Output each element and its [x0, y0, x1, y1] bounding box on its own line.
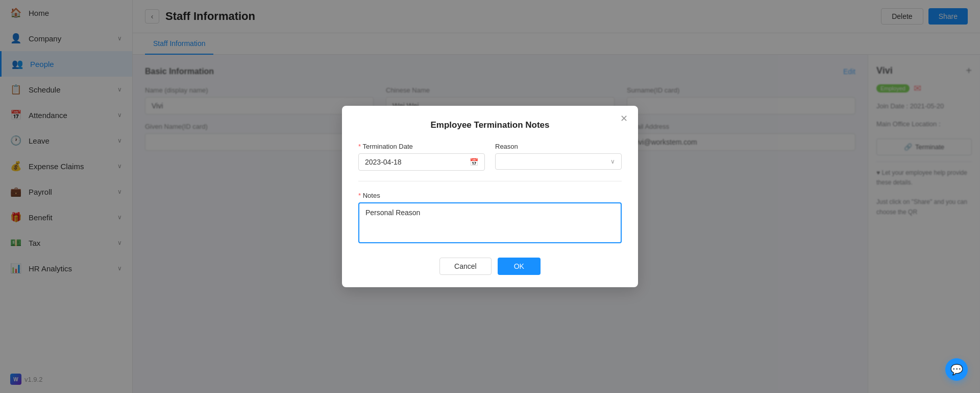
required-star: *: [358, 192, 361, 199]
modal-divider: [358, 181, 622, 181]
cancel-button[interactable]: Cancel: [439, 258, 492, 275]
termination-date-field: * Termination Date 📅: [358, 143, 485, 171]
modal-top-row: * Termination Date 📅 Reason ∨: [358, 143, 622, 171]
required-star: *: [358, 143, 361, 150]
ok-button[interactable]: OK: [498, 258, 541, 275]
calendar-icon: 📅: [470, 158, 478, 166]
chevron-down-icon: ∨: [610, 158, 615, 165]
modal-close-button[interactable]: ✕: [620, 114, 628, 123]
chat-icon: 💬: [950, 363, 963, 376]
notes-textarea[interactable]: Personal Reason: [358, 202, 622, 243]
termination-modal: Employee Termination Notes ✕ * Terminati…: [342, 106, 638, 287]
reason-field: Reason ∨: [495, 143, 622, 171]
reason-label: Reason: [495, 143, 622, 150]
termination-date-input[interactable]: [365, 158, 467, 166]
modal-title: Employee Termination Notes: [358, 120, 622, 130]
termination-date-input-wrap[interactable]: 📅: [358, 153, 485, 171]
chat-fab-button[interactable]: 💬: [945, 358, 968, 381]
modal-overlay: Employee Termination Notes ✕ * Terminati…: [0, 0, 980, 393]
termination-date-label: * Termination Date: [358, 143, 485, 150]
modal-actions: Cancel OK: [358, 258, 622, 275]
notes-label: * Notes: [358, 192, 622, 199]
notes-field: * Notes Personal Reason: [358, 192, 622, 243]
reason-select[interactable]: ∨: [495, 153, 622, 170]
